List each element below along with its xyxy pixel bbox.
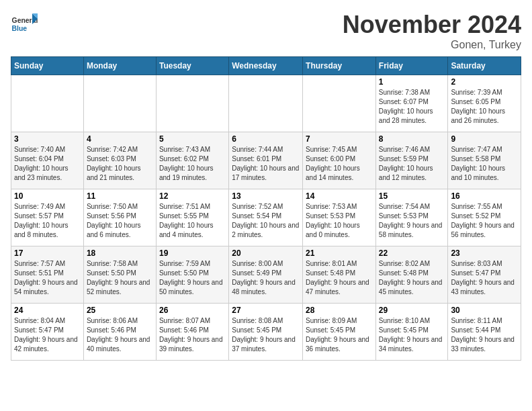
calendar-cell: 26Sunrise: 8:07 AM Sunset: 5:46 PM Dayli… — [156, 304, 228, 361]
day-info: Sunrise: 7:46 AM Sunset: 5:59 PM Dayligh… — [379, 145, 445, 183]
day-number: 19 — [159, 248, 226, 258]
day-number: 7 — [306, 134, 373, 144]
day-number: 3 — [14, 134, 81, 144]
calendar-week-4: 17Sunrise: 7:57 AM Sunset: 5:51 PM Dayli… — [11, 246, 521, 304]
calendar-cell: 10Sunrise: 7:49 AM Sunset: 5:57 PM Dayli… — [11, 189, 84, 246]
day-info: Sunrise: 7:42 AM Sunset: 6:03 PM Dayligh… — [87, 145, 153, 183]
day-info: Sunrise: 7:47 AM Sunset: 5:58 PM Dayligh… — [451, 145, 518, 183]
day-info: Sunrise: 8:06 AM Sunset: 5:46 PM Dayligh… — [87, 316, 153, 354]
day-info: Sunrise: 7:49 AM Sunset: 5:57 PM Dayligh… — [14, 202, 81, 240]
day-info: Sunrise: 8:10 AM Sunset: 5:45 PM Dayligh… — [379, 316, 445, 354]
day-info: Sunrise: 7:57 AM Sunset: 5:51 PM Dayligh… — [14, 259, 81, 297]
day-number: 21 — [306, 248, 373, 258]
day-info: Sunrise: 7:40 AM Sunset: 6:04 PM Dayligh… — [14, 145, 81, 183]
calendar-cell: 5Sunrise: 7:43 AM Sunset: 6:02 PM Daylig… — [156, 132, 228, 189]
day-info: Sunrise: 7:50 AM Sunset: 5:56 PM Dayligh… — [87, 202, 153, 240]
day-info: Sunrise: 8:11 AM Sunset: 5:44 PM Dayligh… — [451, 316, 518, 354]
calendar-cell: 17Sunrise: 7:57 AM Sunset: 5:51 PM Dayli… — [11, 246, 84, 304]
day-number: 25 — [87, 306, 153, 315]
day-info: Sunrise: 7:51 AM Sunset: 5:55 PM Dayligh… — [159, 202, 226, 240]
calendar-table: SundayMondayTuesdayWednesdayThursdayFrid… — [11, 56, 521, 361]
day-number: 2 — [451, 77, 518, 87]
calendar-cell: 13Sunrise: 7:52 AM Sunset: 5:54 PM Dayli… — [229, 189, 303, 246]
weekday-header-monday: Monday — [83, 57, 156, 75]
day-number: 13 — [232, 191, 300, 201]
calendar-cell: 6Sunrise: 7:44 AM Sunset: 6:01 PM Daylig… — [229, 132, 303, 189]
calendar-cell: 4Sunrise: 7:42 AM Sunset: 6:03 PM Daylig… — [83, 132, 156, 189]
day-info: Sunrise: 8:03 AM Sunset: 5:47 PM Dayligh… — [451, 259, 518, 297]
day-number: 20 — [232, 248, 300, 258]
day-number: 23 — [451, 248, 518, 258]
calendar-cell — [229, 75, 303, 132]
day-number: 26 — [159, 306, 226, 315]
day-number: 10 — [14, 191, 81, 201]
day-info: Sunrise: 7:54 AM Sunset: 5:53 PM Dayligh… — [379, 202, 445, 240]
weekday-header-friday: Friday — [375, 57, 448, 75]
day-number: 29 — [379, 306, 445, 315]
calendar-cell: 14Sunrise: 7:53 AM Sunset: 5:53 PM Dayli… — [303, 189, 376, 246]
day-info: Sunrise: 7:52 AM Sunset: 5:54 PM Dayligh… — [232, 202, 300, 240]
weekday-row: SundayMondayTuesdayWednesdayThursdayFrid… — [11, 57, 521, 75]
calendar-cell: 16Sunrise: 7:55 AM Sunset: 5:52 PM Dayli… — [448, 189, 521, 246]
day-info: Sunrise: 7:39 AM Sunset: 6:05 PM Dayligh… — [451, 88, 518, 126]
day-info: Sunrise: 7:59 AM Sunset: 5:50 PM Dayligh… — [159, 259, 226, 297]
calendar-cell: 27Sunrise: 8:08 AM Sunset: 5:45 PM Dayli… — [229, 304, 303, 361]
calendar-cell: 11Sunrise: 7:50 AM Sunset: 5:56 PM Dayli… — [83, 189, 156, 246]
calendar-cell — [83, 75, 156, 132]
weekday-header-tuesday: Tuesday — [156, 57, 228, 75]
day-info: Sunrise: 8:02 AM Sunset: 5:48 PM Dayligh… — [379, 259, 445, 297]
logo-icon: General Blue — [11, 11, 38, 38]
day-info: Sunrise: 8:00 AM Sunset: 5:49 PM Dayligh… — [232, 259, 300, 297]
day-number: 14 — [306, 191, 373, 201]
day-number: 30 — [451, 306, 518, 315]
day-info: Sunrise: 7:44 AM Sunset: 6:01 PM Dayligh… — [232, 145, 300, 183]
day-info: Sunrise: 7:58 AM Sunset: 5:50 PM Dayligh… — [87, 259, 153, 297]
calendar-cell: 20Sunrise: 8:00 AM Sunset: 5:49 PM Dayli… — [229, 246, 303, 304]
calendar-header: SundayMondayTuesdayWednesdayThursdayFrid… — [11, 57, 521, 75]
calendar-cell: 1Sunrise: 7:38 AM Sunset: 6:07 PM Daylig… — [375, 75, 448, 132]
calendar-week-1: 1Sunrise: 7:38 AM Sunset: 6:07 PM Daylig… — [11, 75, 521, 132]
day-info: Sunrise: 8:07 AM Sunset: 5:46 PM Dayligh… — [159, 316, 226, 354]
day-info: Sunrise: 8:01 AM Sunset: 5:48 PM Dayligh… — [306, 259, 373, 297]
calendar-cell: 3Sunrise: 7:40 AM Sunset: 6:04 PM Daylig… — [11, 132, 84, 189]
day-info: Sunrise: 7:53 AM Sunset: 5:53 PM Dayligh… — [306, 202, 373, 240]
calendar-cell: 23Sunrise: 8:03 AM Sunset: 5:47 PM Dayli… — [448, 246, 521, 304]
calendar-week-2: 3Sunrise: 7:40 AM Sunset: 6:04 PM Daylig… — [11, 132, 521, 189]
day-info: Sunrise: 8:08 AM Sunset: 5:45 PM Dayligh… — [232, 316, 300, 354]
day-info: Sunrise: 8:04 AM Sunset: 5:47 PM Dayligh… — [14, 316, 81, 354]
month-title: November 2024 — [343, 11, 521, 39]
day-number: 1 — [379, 77, 445, 87]
calendar-week-3: 10Sunrise: 7:49 AM Sunset: 5:57 PM Dayli… — [11, 189, 521, 246]
calendar-cell — [156, 75, 228, 132]
calendar-cell: 22Sunrise: 8:02 AM Sunset: 5:48 PM Dayli… — [375, 246, 448, 304]
calendar-week-5: 24Sunrise: 8:04 AM Sunset: 5:47 PM Dayli… — [11, 304, 521, 361]
day-info: Sunrise: 7:38 AM Sunset: 6:07 PM Dayligh… — [379, 88, 445, 126]
calendar-cell — [11, 75, 84, 132]
weekday-header-saturday: Saturday — [448, 57, 521, 75]
svg-text:Blue: Blue — [12, 25, 28, 32]
calendar-cell: 28Sunrise: 8:09 AM Sunset: 5:45 PM Dayli… — [303, 304, 376, 361]
day-number: 4 — [87, 134, 153, 144]
calendar-cell: 2Sunrise: 7:39 AM Sunset: 6:05 PM Daylig… — [448, 75, 521, 132]
calendar-cell: 30Sunrise: 8:11 AM Sunset: 5:44 PM Dayli… — [448, 304, 521, 361]
logo: General Blue — [11, 11, 40, 38]
calendar-cell: 18Sunrise: 7:58 AM Sunset: 5:50 PM Dayli… — [83, 246, 156, 304]
day-number: 24 — [14, 306, 81, 315]
weekday-header-sunday: Sunday — [11, 57, 84, 75]
calendar-cell — [303, 75, 376, 132]
calendar-cell: 8Sunrise: 7:46 AM Sunset: 5:59 PM Daylig… — [375, 132, 448, 189]
day-number: 16 — [451, 191, 518, 201]
calendar-cell: 19Sunrise: 7:59 AM Sunset: 5:50 PM Dayli… — [156, 246, 228, 304]
day-info: Sunrise: 7:45 AM Sunset: 6:00 PM Dayligh… — [306, 145, 373, 183]
day-number: 12 — [159, 191, 226, 201]
location: Gonen, Turkey — [343, 39, 521, 51]
weekday-header-wednesday: Wednesday — [229, 57, 303, 75]
day-info: Sunrise: 7:43 AM Sunset: 6:02 PM Dayligh… — [159, 145, 226, 183]
title-block: November 2024 Gonen, Turkey — [343, 11, 521, 51]
calendar-cell: 29Sunrise: 8:10 AM Sunset: 5:45 PM Dayli… — [375, 304, 448, 361]
calendar-cell: 25Sunrise: 8:06 AM Sunset: 5:46 PM Dayli… — [83, 304, 156, 361]
day-number: 28 — [306, 306, 373, 315]
day-info: Sunrise: 8:09 AM Sunset: 5:45 PM Dayligh… — [306, 316, 373, 354]
calendar-cell: 21Sunrise: 8:01 AM Sunset: 5:48 PM Dayli… — [303, 246, 376, 304]
day-number: 9 — [451, 134, 518, 144]
